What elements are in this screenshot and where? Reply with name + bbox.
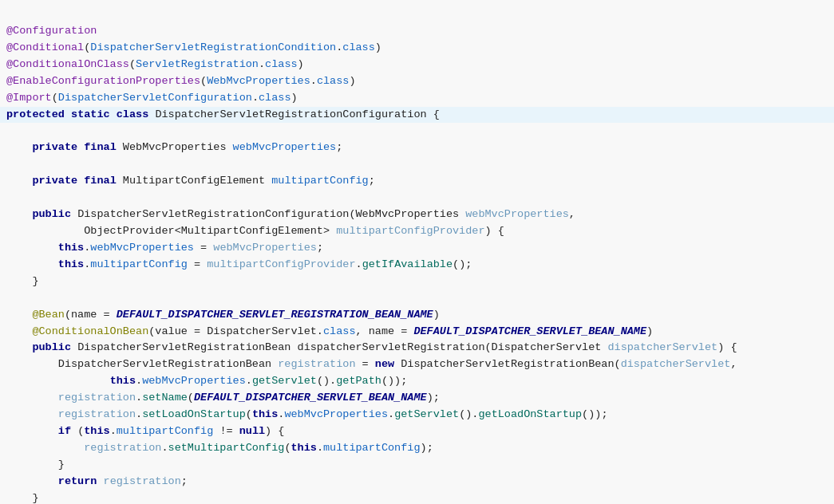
line-25: if (this.multipartConfig != null) { — [6, 425, 284, 437]
line-19: @ConditionalOnBean(value = DispatcherSer… — [6, 325, 653, 337]
line-12: public DispatcherServletRegistrationConf… — [6, 208, 575, 220]
line-29: } — [6, 492, 39, 504]
line-16: } — [6, 275, 39, 287]
line-15: this.multipartConfig = multipartConfigPr… — [6, 258, 472, 270]
line-13: ObjectProvider<MultipartConfigElement> m… — [6, 225, 504, 237]
line-21: DispatcherServletRegistrationBean regist… — [6, 358, 737, 370]
line-2: @Conditional(DispatcherServletRegistrati… — [6, 41, 381, 53]
code-container: @Configuration @Conditional(DispatcherSe… — [0, 0, 834, 504]
line-22: this.webMvcProperties.getServlet().getPa… — [6, 375, 407, 387]
code-block: @Configuration @Conditional(DispatcherSe… — [6, 6, 824, 504]
line-28: return registration; — [6, 475, 188, 487]
line-4: @EnableConfigurationProperties(WebMvcPro… — [6, 75, 356, 87]
line-26: registration.setMultipartConfig(this.mul… — [6, 442, 433, 454]
line-5: @Import(DispatcherServletConfiguration.c… — [6, 92, 298, 104]
line-14: this.webMvcProperties = webMvcProperties… — [6, 242, 323, 254]
line-3: @ConditionalOnClass(ServletRegistration.… — [6, 58, 304, 70]
line-1: @Configuration — [6, 25, 97, 37]
line-18: @Bean(name = DEFAULT_DISPATCHER_SERVLET_… — [6, 309, 440, 321]
line-20: public DispatcherServletRegistrationBean… — [6, 341, 737, 353]
line-27: } — [6, 459, 65, 471]
line-10: private final MultipartConfigElement mul… — [6, 175, 375, 187]
line-8: private final WebMvcProperties webMvcPro… — [6, 141, 342, 153]
line-6: protected static class DispatcherServlet… — [0, 107, 834, 124]
line-24: registration.setLoadOnStartup(this.webMv… — [6, 408, 607, 420]
line-23: registration.setName(DEFAULT_DISPATCHER_… — [6, 392, 440, 404]
